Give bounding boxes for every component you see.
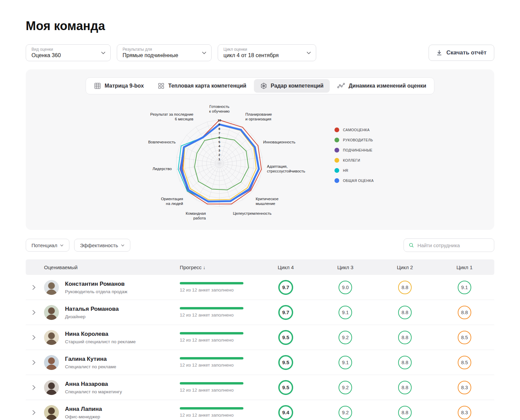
svg-text:Адаптация,стрессоустойчивость: Адаптация,стрессоустойчивость [267, 164, 305, 173]
legend-color-dot [334, 178, 339, 183]
select-value: цикл 4 от 18 сентября [223, 52, 279, 59]
select-assessment-type[interactable]: Вид оценки Оценка 360 [26, 44, 111, 61]
expand-row-button[interactable] [26, 410, 44, 416]
chevron-down-icon [202, 50, 207, 55]
select-label: Вид оценки [31, 47, 61, 52]
header-progress[interactable]: Прогресс↓ [180, 264, 256, 270]
score-cycle-2: 8.8 [398, 306, 412, 319]
select-results-for[interactable]: Результаты для Прямые подчинённые [117, 44, 212, 61]
effectiveness-filter-button[interactable]: Эффективность [74, 239, 130, 252]
score-cycle-3: 9.2 [339, 381, 352, 394]
svg-text:6: 6 [218, 136, 220, 139]
search-icon [409, 242, 414, 248]
score-cycle-4: 9.5 [278, 330, 293, 345]
svg-text:2: 2 [218, 153, 220, 157]
score-cycle-3: 9.1 [339, 306, 352, 319]
employee-name: Нина Королева [65, 331, 136, 337]
legend-color-dot [334, 127, 339, 132]
chevron-down-icon [60, 243, 64, 247]
expand-row-button[interactable] [26, 384, 44, 391]
svg-text:Инновационность: Инновационность [263, 140, 295, 144]
avatar [44, 405, 59, 420]
table-row[interactable]: Анна Лапина Офис-менеджер 12 из 12 анкет… [26, 400, 494, 420]
grid-2x2-icon [157, 82, 165, 90]
employee-role: Специалист по рекламе [65, 364, 116, 369]
svg-text:Результат за последние6 месяце: Результат за последние6 месяцев [150, 112, 193, 121]
score-cycle-4: 9.7 [278, 280, 293, 295]
score-cycle-2: 8.8 [398, 331, 412, 344]
search-input[interactable] [417, 242, 489, 248]
svg-text:Готовностьк обучению: Готовностьк обучению [209, 104, 230, 113]
sort-desc-icon: ↓ [203, 265, 205, 270]
app-window: Моя команда Вид оценки Оценка 360 Резуль… [0, 0, 520, 420]
employee-role: Специалист по маркетингу [65, 389, 122, 394]
legend-color-dot [334, 138, 339, 142]
svg-text:5: 5 [218, 140, 220, 144]
employee-name: Наталья Романова [65, 306, 119, 312]
employee-role: Офис-менеджер [65, 414, 102, 419]
employee-name: Константин Романов [65, 281, 127, 287]
expand-row-button[interactable] [26, 359, 44, 366]
header-person: Оцениваемый [26, 264, 180, 270]
progress-text: 12 из 12 анкет заполнено [180, 337, 256, 343]
progress-bar [180, 332, 243, 334]
select-value: Оценка 360 [31, 52, 61, 59]
score-cycle-4: 9.4 [278, 405, 293, 420]
table-row[interactable]: Нина Королева Старший специалист по рекл… [26, 325, 494, 350]
score-cycle-1: 8.5 [458, 356, 471, 369]
tab-dynamics[interactable]: Динамика изменений оценки [331, 79, 432, 93]
svg-text:10: 10 [218, 118, 221, 122]
table-header: Оцениваемый Прогресс↓ Цикл 4 Цикл 3 Цикл… [26, 259, 494, 275]
score-cycle-1: 9.1 [458, 281, 471, 294]
progress-bar [180, 357, 243, 359]
progress-text: 12 из 12 анкет заполнено [180, 312, 256, 318]
grid-3x3-icon [94, 82, 101, 90]
avatar [44, 355, 59, 370]
tab-matrix-9box[interactable]: Матрица 9-box [88, 79, 150, 93]
employee-role: Руководитель отдела продаж [65, 289, 127, 294]
select-cycle[interactable]: Цикл оценки цикл 4 от 18 сентября [218, 44, 316, 61]
avatar [44, 330, 59, 345]
expand-row-button[interactable] [26, 309, 44, 316]
progress-text: 12 из 12 анкет заполнено [180, 413, 256, 418]
employee-role: Дизайнер [65, 314, 119, 319]
legend-label: ОБЩАЯ ОЦЕНКА [343, 179, 374, 183]
svg-text:4: 4 [218, 144, 220, 148]
legend-color-dot [334, 148, 339, 153]
download-report-button[interactable]: Скачать отчёт [429, 45, 494, 61]
tab-heatmap[interactable]: Тепловая карта компетенций [151, 79, 253, 93]
effectiveness-filter-label: Эффективность [80, 242, 118, 248]
select-label: Результаты для [123, 47, 178, 52]
table-row[interactable]: Наталья Романова Дизайнер 12 из 12 анкет… [26, 300, 494, 325]
progress-bar [180, 382, 243, 384]
chevron-right-icon [32, 359, 36, 366]
score-cycle-4: 9.7 [278, 305, 293, 320]
header-cycle-4: Цикл 4 [256, 264, 316, 270]
chevron-right-icon [32, 334, 36, 341]
table-row[interactable]: Анна Назарова Специалист по маркетингу 1… [26, 375, 494, 400]
expand-row-button[interactable] [26, 284, 44, 290]
chevron-down-icon [101, 50, 106, 55]
score-cycle-1: 8.3 [458, 381, 471, 394]
select-label: Цикл оценки [223, 47, 279, 52]
legend-item: HR [334, 168, 406, 173]
tab-radar[interactable]: Радар компетенций [254, 79, 330, 93]
score-cycle-4: 9.5 [278, 380, 293, 395]
progress-bar [180, 407, 243, 410]
page-title: Моя команда [26, 0, 494, 33]
controls-row: Вид оценки Оценка 360 Результаты для Пря… [26, 44, 494, 61]
view-tabs: Матрица 9-box Тепловая карта компетенций… [86, 77, 434, 94]
employee-name: Анна Назарова [65, 381, 122, 388]
chevron-right-icon [32, 309, 36, 316]
potential-filter-button[interactable]: Потенциал [26, 239, 69, 252]
table-row[interactable]: Константин Романов Руководитель отдела п… [26, 275, 494, 300]
svg-text:8: 8 [218, 127, 220, 131]
avatar [44, 305, 59, 320]
chevron-right-icon [32, 284, 36, 290]
expand-row-button[interactable] [26, 334, 44, 341]
employee-role: Старший специалист по рекламе [65, 339, 136, 344]
chevron-right-icon [32, 410, 36, 416]
table-row[interactable]: Галина Кутина Специалист по рекламе 12 и… [26, 350, 494, 375]
select-value: Прямые подчинённые [123, 52, 178, 59]
radar-chart-area: 12345678910Готовностьк обучениюПланирова… [26, 99, 494, 226]
